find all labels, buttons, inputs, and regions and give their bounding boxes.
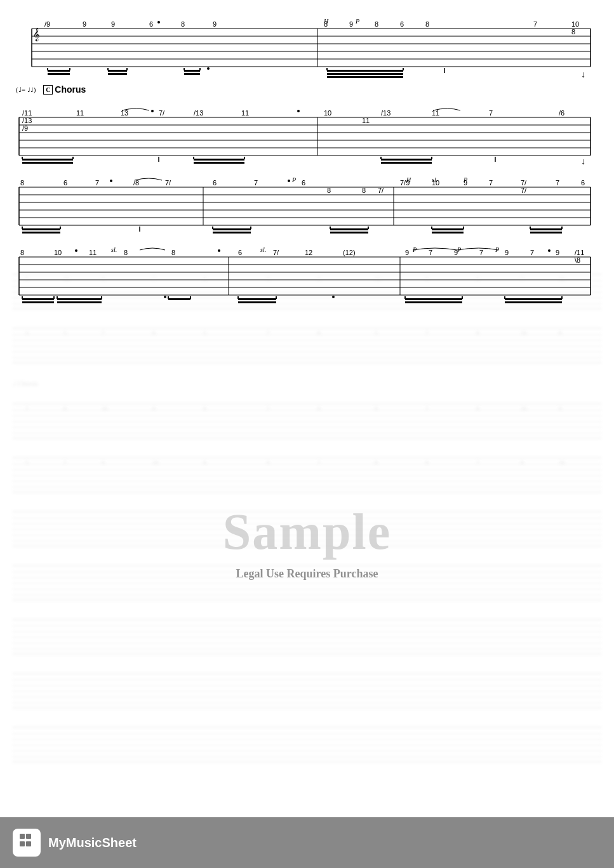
svg-rect-136 (432, 228, 464, 230)
svg-point-161 (548, 249, 551, 252)
svg-rect-206 (26, 834, 31, 839)
svg-text:11: 11 (432, 109, 439, 117)
svg-text:9: 9 (405, 249, 409, 256)
svg-rect-78 (194, 159, 244, 161)
svg-rect-123 (22, 228, 60, 230)
svg-text:7/: 7/ (273, 249, 279, 256)
svg-text:(12): (12) (343, 249, 356, 256)
svg-text:10: 10 (54, 249, 62, 256)
svg-rect-128 (213, 228, 251, 230)
svg-text:7: 7 (479, 249, 483, 256)
svg-text:9: 9 (464, 179, 467, 187)
svg-rect-129 (213, 232, 251, 233)
svg-text:8: 8 (181, 20, 185, 28)
svg-rect-42 (327, 76, 403, 78)
svg-text:6: 6 (581, 179, 585, 187)
svg-rect-83 (381, 162, 432, 164)
svg-text:7: 7 (95, 179, 99, 187)
svg-text:11: 11 (362, 117, 370, 124)
svg-point-39 (207, 67, 210, 70)
svg-text:10: 10 (324, 109, 331, 117)
svg-point-154 (75, 249, 77, 252)
svg-text:7: 7 (533, 20, 537, 28)
svg-point-57 (151, 110, 154, 112)
svg-text:8: 8 (20, 179, 24, 187)
svg-text:12: 12 (305, 249, 312, 256)
svg-rect-141 (530, 232, 562, 233)
svg-text:6: 6 (238, 249, 242, 256)
staff-system-1: 𝄞 H P /9 9 9 6 8 9 8 9 8 6 8 7 10 8 (13, 10, 597, 79)
svg-text:8: 8 (324, 20, 328, 28)
svg-rect-79 (194, 162, 244, 164)
svg-text:↓: ↓ (581, 70, 585, 79)
svg-text:9: 9 (83, 20, 86, 28)
footer-brand-name: MyMusicSheet (48, 836, 137, 850)
svg-text:7: 7 (556, 179, 559, 187)
svg-text:11: 11 (76, 109, 84, 117)
svg-rect-133 (330, 232, 368, 233)
svg-rect-31 (108, 70, 127, 72)
logo-icon (18, 832, 35, 853)
svg-rect-82 (381, 159, 432, 161)
svg-rect-205 (20, 834, 25, 839)
svg-text:8: 8 (375, 20, 378, 28)
svg-text:6: 6 (149, 20, 153, 28)
svg-text:8: 8 (171, 249, 175, 256)
svg-text:9: 9 (556, 249, 559, 256)
svg-point-12 (157, 21, 160, 23)
svg-text:8: 8 (124, 249, 128, 256)
svg-rect-73 (22, 159, 73, 161)
svg-text:/11: /11 (22, 109, 32, 117)
svg-text:/6: /6 (559, 109, 564, 117)
svg-rect-137 (432, 232, 464, 233)
svg-text:P: P (355, 18, 359, 25)
svg-text:7: 7 (429, 249, 432, 256)
svg-text:11: 11 (241, 109, 249, 117)
svg-text:10: 10 (571, 20, 579, 28)
svg-text:6: 6 (302, 179, 305, 187)
svg-text:7: 7 (489, 109, 493, 117)
svg-text:9: 9 (505, 249, 509, 256)
svg-text:↓: ↓ (581, 157, 585, 165)
section-name: Chorus (55, 84, 86, 95)
svg-text:9: 9 (454, 249, 458, 256)
svg-text:7: 7 (489, 179, 493, 187)
svg-text:7/9: 7/9 (400, 179, 410, 187)
svg-text:8: 8 (20, 249, 24, 256)
svg-text:8: 8 (362, 187, 366, 194)
svg-point-99 (288, 180, 290, 182)
svg-rect-40 (327, 70, 403, 72)
svg-rect-74 (22, 162, 73, 164)
svg-text:9: 9 (349, 20, 353, 28)
section-marker: C Chorus (43, 84, 86, 95)
svg-text:/9: /9 (44, 20, 50, 28)
svg-text:𝄞: 𝄞 (33, 27, 40, 42)
music-sheet: 𝄞 H P /9 9 9 6 8 9 8 9 8 6 8 7 10 8 (0, 0, 614, 305)
svg-rect-132 (330, 228, 368, 230)
svg-rect-27 (48, 70, 70, 72)
svg-rect-35 (184, 70, 200, 72)
svg-rect-124 (22, 232, 60, 233)
svg-text:6: 6 (400, 20, 404, 28)
svg-text:7: 7 (530, 249, 534, 256)
svg-text:P: P (291, 176, 296, 183)
svg-text:6: 6 (63, 179, 67, 187)
svg-text:7/: 7/ (165, 179, 171, 187)
svg-text:8: 8 (571, 28, 575, 36)
svg-rect-140 (530, 228, 562, 230)
svg-text:9: 9 (213, 20, 217, 28)
svg-text:7/: 7/ (378, 187, 384, 194)
footer: MyMusicSheet (0, 817, 614, 868)
svg-text:11: 11 (89, 249, 97, 256)
svg-text:7/: 7/ (159, 109, 165, 117)
tempo-marking: (♩= ♩♩) (16, 86, 36, 94)
svg-text:sl.: sl. (111, 246, 117, 253)
svg-text:/11: /11 (575, 249, 584, 256)
svg-text:7/: 7/ (521, 179, 527, 187)
svg-text:\8: \8 (575, 256, 580, 264)
svg-rect-32 (108, 73, 127, 75)
svg-text:/13: /13 (194, 109, 203, 117)
svg-text:/13: /13 (381, 109, 390, 117)
svg-point-98 (110, 180, 112, 182)
svg-text:10: 10 (432, 179, 439, 187)
